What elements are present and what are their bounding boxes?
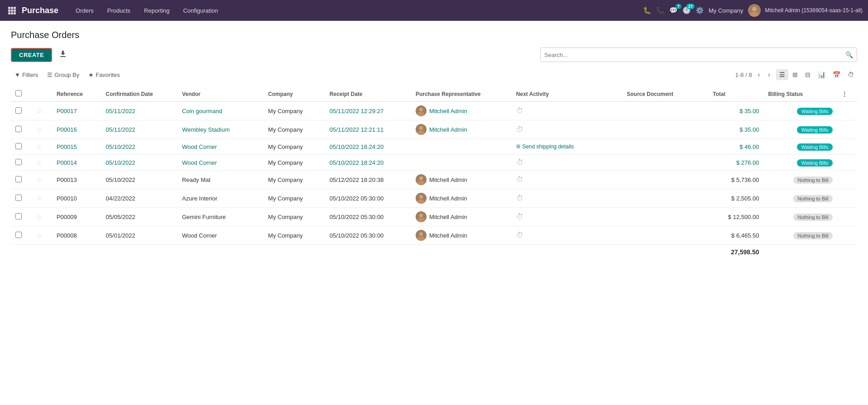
send-shipping-activity[interactable]: ≡ Send shipping details	[516, 143, 618, 151]
svg-rect-4	[11, 10, 13, 12]
row-receipt-date: 05/10/2022 18:24:20	[325, 139, 411, 155]
rep-name[interactable]: Mitchell Admin	[429, 108, 467, 114]
vendor-text: Gemini Furniture	[182, 214, 226, 220]
activity-clock-icon[interactable]: ⏱	[516, 213, 523, 220]
reference-header[interactable]: Reference	[52, 86, 101, 102]
list-view-button[interactable]: ☰	[776, 69, 788, 80]
favorite-star[interactable]: ☆	[36, 143, 42, 150]
receipt-date-link[interactable]: 05/11/2022 12:29:27	[330, 108, 384, 114]
row-more	[837, 139, 857, 155]
user-name[interactable]: Mitchell Admin (15369054-saas-15-1-all)	[765, 7, 863, 14]
reference-link[interactable]: P00015	[57, 143, 77, 150]
row-checkbox[interactable]	[15, 195, 22, 201]
conf-date-link[interactable]: 05/10/2022	[106, 143, 135, 150]
grand-total-value: 27,598.50	[708, 245, 763, 260]
main-content: Purchase Orders CREATE 🔍 ▼ Filters ☰ Gro…	[0, 21, 868, 405]
activity-clock-icon[interactable]: ⏱	[516, 176, 523, 183]
grid-view-button[interactable]: ⊟	[802, 69, 814, 80]
next-page-button[interactable]: ›	[766, 70, 772, 80]
row-billing-status: Waiting Bills	[764, 120, 838, 139]
receipt-date-link[interactable]: 05/10/2022 18:24:20	[330, 159, 384, 166]
activity-clock-icon[interactable]: ⏱	[516, 125, 523, 133]
user-avatar[interactable]	[748, 4, 761, 17]
total-link[interactable]: $ 35.00	[739, 108, 759, 114]
total-header[interactable]: Total	[708, 86, 763, 102]
chat-badge[interactable]: 💬 7	[669, 6, 678, 14]
favorites-button[interactable]: ★ Favorites	[85, 70, 123, 80]
conf-date-link[interactable]: 05/11/2022	[106, 108, 135, 114]
activity-badge[interactable]: 🕐 27	[682, 6, 691, 14]
menu-reporting[interactable]: Reporting	[138, 5, 176, 17]
settings-view-button[interactable]: ⏱	[844, 69, 857, 80]
row-checkbox[interactable]	[15, 143, 22, 149]
calendar-view-button[interactable]: 📅	[830, 69, 844, 80]
activity-clock-icon[interactable]: ⏱	[516, 231, 523, 239]
row-checkbox-cell	[11, 120, 32, 139]
more-options-header[interactable]: ⋮	[837, 86, 857, 102]
row-checkbox[interactable]	[15, 159, 22, 165]
billing-status-header[interactable]: Billing Status	[764, 86, 838, 102]
row-conf-date: 05/05/2022	[101, 208, 177, 226]
rep-name[interactable]: Mitchell Admin	[429, 126, 467, 133]
row-checkbox[interactable]	[15, 126, 22, 132]
favorite-star[interactable]: ☆	[36, 126, 42, 133]
favorite-star[interactable]: ☆	[36, 232, 42, 239]
row-more	[837, 226, 857, 245]
filters-button[interactable]: ▼ Filters	[11, 70, 42, 80]
vendor-link[interactable]: Wembley Stadium	[182, 126, 230, 133]
receipt-date-link[interactable]: 05/11/2022 12:21:11	[330, 126, 384, 133]
prev-page-button[interactable]: ‹	[756, 70, 762, 80]
reference-link[interactable]: P00016	[57, 126, 77, 133]
phone-icon[interactable]: 📞	[656, 6, 665, 14]
reference-link[interactable]: P00014	[57, 159, 77, 166]
vendor-header[interactable]: Vendor	[177, 86, 264, 102]
settings-icon[interactable]: ⚙️	[695, 6, 704, 14]
vendor-text: Azure Interior	[182, 195, 217, 202]
vendor-link[interactable]: Wood Corner	[182, 159, 217, 166]
menu-orders[interactable]: Orders	[69, 5, 100, 17]
svg-point-29	[419, 232, 423, 236]
company-name[interactable]: My Company	[709, 7, 743, 14]
groupby-button[interactable]: ☰ Group By	[43, 70, 83, 80]
bug-icon-badge[interactable]: 🐛	[643, 6, 652, 14]
row-checkbox[interactable]	[15, 107, 22, 114]
activity-clock-icon[interactable]: ⏱	[516, 107, 523, 114]
vendor-link[interactable]: Wood Corner	[182, 143, 217, 150]
grid-menu-icon[interactable]	[5, 4, 18, 17]
menu-configuration[interactable]: Configuration	[177, 5, 224, 17]
activity-clock-icon[interactable]: ⏱	[516, 194, 523, 202]
source-document-header[interactable]: Source Document	[622, 86, 708, 102]
row-checkbox[interactable]	[15, 176, 22, 182]
total-link[interactable]: $ 35.00	[739, 126, 759, 133]
row-checkbox[interactable]	[15, 232, 22, 238]
select-all-checkbox[interactable]	[15, 90, 22, 96]
receipt-date-link[interactable]: 05/10/2022 18:24:20	[330, 143, 384, 150]
favorite-star[interactable]: ☆	[36, 195, 42, 202]
reference-link[interactable]: P00017	[57, 108, 77, 114]
company-header[interactable]: Company	[264, 86, 325, 102]
row-checkbox[interactable]	[15, 213, 22, 219]
waiting-bills-badge: Waiting Bills	[797, 126, 833, 133]
activity-clock-icon[interactable]: ⏱	[516, 158, 523, 166]
vendor-link[interactable]: Coin gourmand	[182, 108, 222, 114]
next-activity-header[interactable]: Next Activity	[512, 86, 622, 102]
receipt-date-header[interactable]: Receipt Date	[325, 86, 411, 102]
menu-products[interactable]: Products	[101, 5, 137, 17]
conf-date-link[interactable]: 05/10/2022	[106, 159, 135, 166]
favorite-star[interactable]: ☆	[36, 159, 42, 166]
confirmation-date-header[interactable]: Confirmation Date	[101, 86, 177, 102]
create-button[interactable]: CREATE	[11, 48, 52, 62]
app-brand[interactable]: Purchase	[22, 6, 58, 15]
kanban-view-button[interactable]: ⊞	[789, 69, 801, 80]
chart-view-button[interactable]: 📊	[815, 69, 829, 80]
total-link[interactable]: $ 46.00	[739, 143, 759, 150]
favorite-star[interactable]: ☆	[36, 176, 42, 183]
search-input[interactable]	[544, 52, 845, 58]
conf-date-link[interactable]: 05/11/2022	[106, 126, 135, 133]
purchase-rep-header[interactable]: Purchase Representative	[411, 86, 512, 102]
favorite-star[interactable]: ☆	[36, 213, 42, 220]
search-icon[interactable]: 🔍	[845, 51, 853, 58]
total-link[interactable]: $ 276.00	[736, 159, 759, 166]
download-button[interactable]	[56, 48, 70, 61]
favorite-star[interactable]: ☆	[36, 107, 42, 114]
